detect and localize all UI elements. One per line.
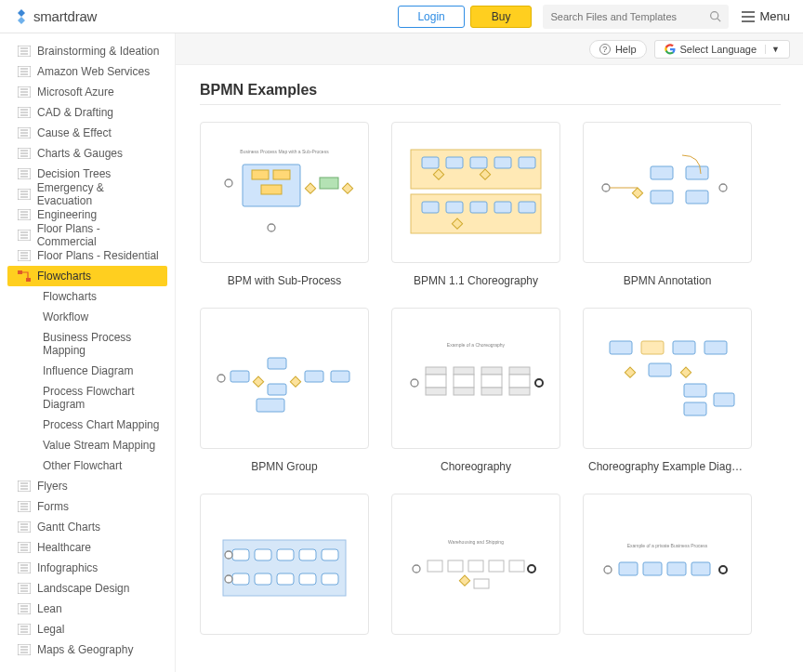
- sidebar-item-floor-plans-commercial[interactable]: Floor Plans - Commercial: [7, 225, 167, 245]
- template-card[interactable]: BPMN 1.1 Choreography: [391, 122, 560, 287]
- category-icon: [17, 249, 32, 262]
- template-card[interactable]: Business Process Map with a Sub-ProcessB…: [200, 122, 369, 287]
- template-thumbnail: Business Process Map with a Sub-Process: [200, 122, 369, 263]
- svg-rect-172: [448, 560, 463, 572]
- template-card[interactable]: Example of a private Business Process: [583, 494, 752, 635]
- template-card[interactable]: BPMN Group: [200, 308, 369, 473]
- sidebar-item-label: Emergency & Evacuation: [37, 181, 160, 207]
- category-icon: [17, 602, 32, 615]
- category-icon: [17, 65, 32, 78]
- sidebar-item-infographics[interactable]: Infographics: [7, 558, 167, 578]
- sidebar-subitem-process-flowchart-diagram[interactable]: Process Flowchart Diagram: [7, 381, 167, 415]
- sidebar-item-brainstorming-ideation[interactable]: Brainstorming & Ideation: [7, 41, 167, 61]
- language-selector[interactable]: Select Language ▼: [654, 40, 791, 59]
- template-card[interactable]: BPMN Annotation: [583, 122, 752, 287]
- svg-rect-171: [428, 560, 442, 572]
- svg-point-167: [225, 551, 232, 559]
- svg-rect-143: [509, 375, 530, 388]
- svg-point-170: [413, 565, 420, 573]
- sidebar-item-legal[interactable]: Legal: [7, 619, 167, 639]
- login-button[interactable]: Login: [398, 6, 464, 28]
- sidebar-item-amazon-web-services[interactable]: Amazon Web Services: [7, 61, 167, 82]
- svg-point-2: [711, 12, 718, 20]
- sidebar-item-flowcharts[interactable]: Flowcharts: [7, 266, 167, 286]
- search-icon[interactable]: [709, 10, 721, 22]
- brand-logo[interactable]: smartdraw: [13, 8, 97, 25]
- sidebar-item-label: Decision Trees: [37, 167, 111, 180]
- divider: [200, 104, 781, 105]
- svg-point-122: [217, 375, 225, 382]
- svg-point-90: [225, 179, 232, 187]
- svg-point-132: [411, 379, 418, 387]
- sidebar-item-lean[interactable]: Lean: [7, 599, 167, 619]
- svg-rect-103: [470, 157, 487, 168]
- svg-rect-165: [299, 573, 316, 585]
- sidebar-item-gantt-charts[interactable]: Gantt Charts: [7, 517, 167, 537]
- buy-button[interactable]: Buy: [470, 6, 533, 28]
- svg-rect-137: [454, 375, 474, 388]
- language-label: Select Language: [680, 44, 757, 55]
- svg-rect-152: [649, 363, 671, 376]
- svg-rect-127: [290, 376, 300, 387]
- svg-rect-100: [411, 194, 541, 233]
- svg-rect-154: [684, 402, 706, 415]
- category-icon: [17, 480, 32, 493]
- sidebar-subitem-flowcharts[interactable]: Flowcharts: [7, 286, 167, 307]
- svg-rect-117: [651, 166, 673, 179]
- sidebar-item-microsoft-azure[interactable]: Microsoft Azure: [7, 82, 167, 102]
- sidebar-item-cause-effect[interactable]: Cause & Effect: [7, 123, 167, 143]
- svg-rect-112: [519, 202, 535, 213]
- template-thumbnail: Example of a Choreography: [391, 308, 560, 449]
- svg-rect-134: [426, 375, 446, 388]
- template-caption: Choreography: [397, 460, 555, 473]
- search-input[interactable]: [550, 11, 704, 22]
- search-wrap: [543, 5, 729, 29]
- svg-text:Business Process Map with a Su: Business Process Map with a Sub-Process: [240, 149, 329, 154]
- svg-rect-125: [268, 358, 286, 369]
- category-icon: [17, 582, 32, 595]
- svg-text:Example of a Choreography: Example of a Choreography: [447, 342, 506, 348]
- template-card[interactable]: Choreography Example Diagr…: [583, 308, 752, 473]
- sidebar-subitem-process-chart-mapping[interactable]: Process Chart Mapping: [7, 415, 167, 435]
- sidebar-item-emergency-evacuation[interactable]: Emergency & Evacuation: [7, 184, 167, 204]
- template-thumbnail: [583, 308, 752, 449]
- sidebar-item-charts-gauges[interactable]: Charts & Gauges: [7, 143, 167, 164]
- sidebar-subitem-influence-diagram[interactable]: Influence Diagram: [7, 361, 167, 381]
- svg-rect-119: [686, 166, 708, 179]
- sidebar-item-flyers[interactable]: Flyers: [7, 476, 167, 496]
- sidebar[interactable]: Brainstorming & IdeationAmazon Web Servi…: [0, 33, 176, 672]
- svg-rect-181: [619, 562, 638, 575]
- sidebar-item-label: Lean: [37, 602, 62, 615]
- sidebar-item-landscape-design[interactable]: Landscape Design: [7, 578, 167, 599]
- svg-rect-175: [509, 560, 524, 572]
- help-button[interactable]: ? Help: [589, 40, 647, 59]
- sidebar-subitem-other-flowchart[interactable]: Other Flowchart: [7, 455, 167, 476]
- svg-rect-108: [422, 202, 439, 213]
- sidebar-item-floor-plans-residential[interactable]: Floor Plans - Residential: [7, 245, 167, 266]
- sidebar-subitem-business-process-mapping[interactable]: Business Process Mapping: [7, 327, 167, 361]
- svg-rect-149: [704, 341, 727, 354]
- svg-rect-177: [474, 579, 489, 588]
- svg-rect-109: [446, 202, 463, 213]
- svg-rect-142: [509, 367, 530, 375]
- sidebar-item-label: Healthcare: [37, 541, 91, 554]
- category-icon: [17, 623, 32, 636]
- sidebar-item-maps-geography[interactable]: Maps & Geography: [7, 639, 167, 660]
- sidebar-subitem-value-stream-mapping[interactable]: Value Stream Mapping: [7, 435, 167, 455]
- template-thumbnail: [391, 122, 560, 263]
- main-menu-button[interactable]: Menu: [742, 9, 790, 23]
- template-card[interactable]: Warehousing and Shipping: [391, 494, 560, 635]
- sidebar-item-forms[interactable]: Forms: [7, 496, 167, 517]
- svg-rect-101: [422, 157, 439, 168]
- template-caption: BPMN Group: [205, 460, 363, 473]
- template-card[interactable]: Example of a ChoreographyChoreography: [391, 308, 560, 473]
- template-card[interactable]: [200, 494, 369, 635]
- sidebar-item-healthcare[interactable]: Healthcare: [7, 537, 167, 558]
- svg-rect-157: [232, 549, 249, 560]
- sidebar-subitem-workflow[interactable]: Workflow: [7, 307, 167, 327]
- sidebar-item-cad-drafting[interactable]: CAD & Drafting: [7, 102, 167, 123]
- svg-rect-120: [686, 191, 708, 204]
- sidebar-item-label: Engineering: [37, 208, 97, 221]
- svg-rect-139: [481, 367, 502, 375]
- svg-rect-104: [494, 157, 511, 168]
